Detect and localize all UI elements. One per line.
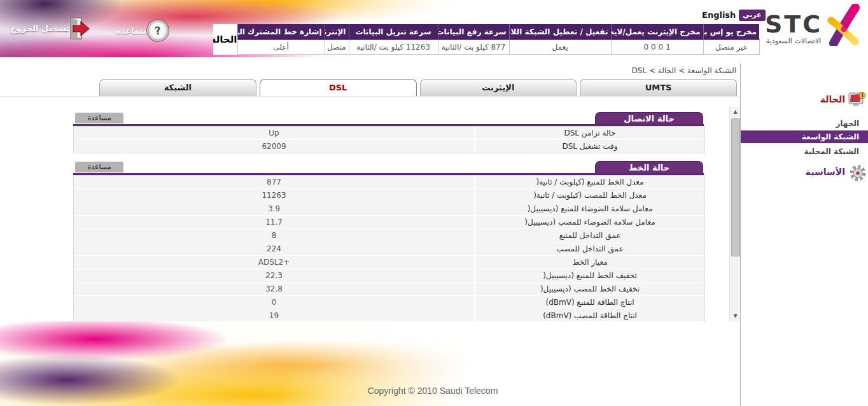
status-col-wifi: تفعيل / تعطيل الشبكة اللاسلكية (509, 24, 611, 40)
main-content: مساعدة حالة الاتصال حالة تزامن DSL Up وق… (0, 97, 729, 321)
table-row: عمق التداخل للمصب 224 (74, 242, 704, 255)
status-col-internet: الإنترنت (325, 24, 349, 40)
row-value: ADSL2+ (74, 256, 474, 269)
language-english-link[interactable]: English (702, 10, 736, 20)
status-value-downstream: 11263 كيلو بت /الثانية (349, 40, 438, 55)
row-label: حالة تزامن DSL (474, 127, 704, 139)
table-row: حالة تزامن DSL Up (74, 127, 704, 139)
scroll-down-arrow-icon[interactable]: ▼ (730, 311, 741, 321)
row-label: تخفيف الخط للمنبع (ديسيبيل( (474, 269, 704, 282)
row-label: عمق التداخل للمنبع (474, 229, 704, 242)
help-question-icon[interactable]: ? (146, 18, 170, 43)
sidebar-item-wan-selected[interactable]: الشبكة الواسعة (741, 130, 868, 143)
connection-help-button[interactable]: مساعدة (75, 113, 123, 123)
table-row: معامل سلامة الضوضاء للمنبع (ديسيبيل( 3.9 (74, 202, 704, 215)
status-value-internet: متصل (325, 40, 349, 55)
row-value: 3.9 (74, 202, 474, 215)
table-row: وقت تشغيل DSL 62009 (74, 140, 704, 153)
row-value: 11.7 (74, 216, 474, 228)
row-value: 224 (74, 242, 474, 255)
sidebar-basic-label: الأساسية (806, 167, 845, 177)
table-row: عمق التداخل للمنبع 8 (74, 229, 704, 242)
status-value-dsl-signal: أعلى (237, 40, 325, 55)
row-label: معامل سلامة الضوضاء للمنبع (ديسيبيل( (474, 202, 704, 215)
table-row: معدل الخط للمصب (كيلوبت / ثانية( 11263 (74, 189, 704, 202)
row-value: 0 (74, 296, 474, 309)
table-row: معامل سلامة الضوضاء للمصب (ديسيبيل( 11.7 (74, 216, 704, 228)
line-section-header: حالة الخط (595, 161, 703, 174)
status-table-title: الحالة (213, 24, 237, 55)
gear-icon (849, 164, 867, 182)
table-row: انتاج الطاقة للمصب (dBmV) 19 (74, 309, 704, 321)
table-row: تخفيف الخط للمصب (ديسيبيل( 32.8 (74, 283, 704, 295)
row-label: معدل الخط للمنبع (كيلوبت / ثانية( (474, 176, 704, 188)
table-row: معيار الخط ADSL2+ (74, 256, 704, 269)
scroll-up-arrow-icon[interactable]: ▲ (730, 107, 741, 117)
sidebar-section-status[interactable]: الحالة i (820, 94, 845, 104)
row-label: معامل سلامة الضوضاء للمصب (ديسيبيل( (474, 216, 704, 228)
row-value: 19 (74, 309, 474, 321)
status-summary-value-row: غير متصل 1 0 0 0 يعمل 877 كيلو بت /الثان… (213, 40, 759, 55)
row-value: 877 (74, 176, 474, 188)
content-scrollbar[interactable]: ▲ ▼ (729, 107, 740, 321)
connection-section-header: حالة الاتصال (595, 112, 703, 125)
help-button-top[interactable]: مساعدة (116, 26, 148, 36)
tab-ethernet[interactable]: الإيثرنت (420, 79, 577, 96)
status-summary-header-row: مخرج يو إس بي مخرج الإيثرنت يعمل/لايعمل … (213, 24, 759, 40)
table-row: تخفيف الخط للمنبع (ديسيبيل( 22.3 (74, 269, 704, 282)
stc-logo-subtitle: الاتصالات السعودية (759, 37, 829, 45)
breadcrumb[interactable]: الشبكة الواسعة > الحالة > DSL (632, 66, 736, 75)
row-value: 62009 (74, 140, 474, 153)
status-value-usb: غير متصل (703, 40, 759, 55)
row-value: 11263 (74, 189, 474, 202)
tab-network[interactable]: الشبكة (99, 79, 256, 96)
tab-bar: UMTS الإيثرنت DSL الشبكة (99, 79, 737, 96)
row-value: Up (74, 127, 474, 139)
stc-logo: STC الاتصالات السعودية (759, 4, 860, 52)
line-help-button[interactable]: مساعدة (75, 162, 123, 172)
row-label: انتاج الطاقة للمصب (dBmV) (474, 309, 704, 321)
status-col-downstream: سرعة تنزيل البيانات (349, 24, 438, 40)
status-value-wifi: يعمل (509, 40, 611, 55)
tab-dsl[interactable]: DSL (260, 79, 417, 96)
row-value: 8 (74, 229, 474, 242)
copyright-text: Copyright © 2010 Saudi Telecom (331, 386, 535, 396)
stc-swoosh-icon (827, 4, 860, 46)
status-value-upstream: 877 كيلو بت /الثانية (438, 40, 509, 55)
scrollbar-thumb[interactable] (731, 118, 740, 256)
svg-text:i: i (862, 93, 864, 99)
row-label: معدل الخط للمصب (كيلوبت / ثانية( (474, 189, 704, 202)
row-label: عمق التداخل للمصب (474, 242, 704, 255)
sidebar-item-device[interactable]: الجهاز (741, 117, 868, 130)
status-col-ethernet: مخرج الإيثرنت يعمل/لايعمل (611, 24, 703, 40)
sidebar-status-label: الحالة (820, 94, 845, 104)
row-label: تخفيف الخط للمصب (ديسيبيل( (474, 283, 704, 295)
row-label: وقت تشغيل DSL (474, 140, 704, 153)
sidebar-item-lan[interactable]: الشبكة المحلية (741, 145, 868, 158)
status-col-dsl-signal: إشارة خط المشترك الرقمي (237, 24, 325, 40)
status-col-usb: مخرج يو إس بي (703, 24, 759, 40)
tab-umts[interactable]: UMTS (580, 79, 737, 96)
table-row: معدل الخط للمنبع (كيلوبت / ثانية( 877 (74, 176, 704, 188)
status-summary-table: مخرج يو إس بي مخرج الإيثرنت يعمل/لايعمل … (213, 24, 760, 55)
status-col-upstream: سرعة رفع البيانات (438, 24, 509, 40)
sidebar-section-basic[interactable]: الأساسية (806, 167, 845, 177)
row-value: 22.3 (74, 269, 474, 282)
status-value-ethernet: 1 0 0 0 (611, 40, 703, 55)
status-monitor-icon: i (848, 92, 867, 108)
row-value: 32.8 (74, 283, 474, 295)
stc-logo-text: STC (759, 13, 829, 36)
logout-door-icon[interactable] (60, 17, 90, 41)
row-label: انتاج الطاقة للمنبع (dBmV) (474, 296, 704, 309)
line-status-table: معدل الخط للمنبع (كيلوبت / ثانية( 877 مع… (73, 175, 705, 321)
table-row: انتاج الطاقة للمنبع (dBmV) 0 (74, 296, 704, 309)
row-label: معيار الخط (474, 256, 704, 269)
connection-status-table: حالة تزامن DSL Up وقت تشغيل DSL 62009 (73, 126, 705, 153)
